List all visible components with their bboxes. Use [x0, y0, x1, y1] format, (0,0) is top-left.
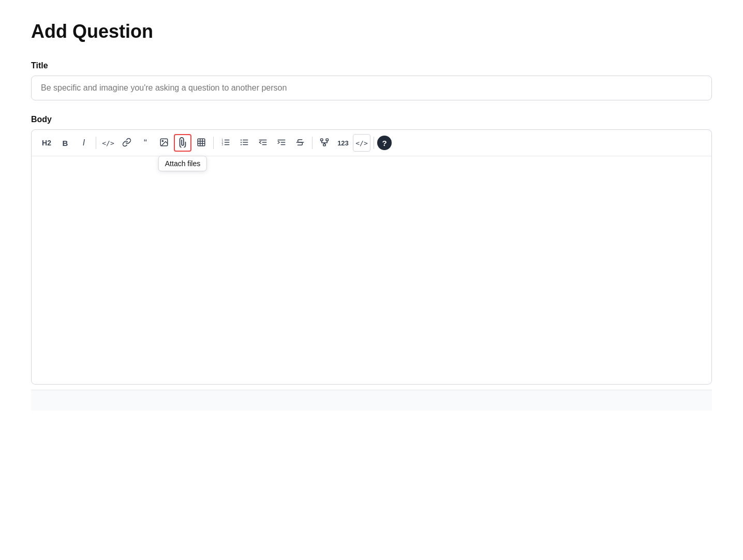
editor-container: H2 B I </> — [31, 129, 712, 385]
h2-icon: H2 — [42, 139, 51, 147]
code-block-button[interactable]: </> — [353, 134, 370, 152]
separator-3 — [312, 137, 313, 149]
svg-point-1 — [162, 140, 163, 141]
footer-bar — [31, 390, 712, 410]
link-button[interactable] — [118, 134, 136, 152]
number-format-button[interactable]: 123 — [334, 134, 352, 152]
ordered-list-icon: 1 2 3 — [221, 138, 230, 149]
separator-4 — [374, 137, 374, 149]
diagram-button[interactable] — [316, 134, 333, 152]
code-inline-icon: </> — [102, 139, 114, 147]
title-label: Title — [31, 61, 712, 70]
body-label: Body — [31, 115, 712, 124]
strikethrough-button[interactable] — [291, 134, 309, 152]
blockquote-button[interactable]: “ — [137, 134, 154, 152]
svg-point-16 — [241, 139, 242, 140]
editor-toolbar: H2 B I </> — [32, 130, 711, 156]
separator-2 — [213, 137, 214, 149]
bold-button[interactable]: B — [56, 134, 74, 152]
svg-point-18 — [241, 144, 242, 145]
table-icon — [197, 138, 206, 149]
italic-button[interactable]: I — [75, 134, 93, 152]
image-icon — [159, 138, 169, 149]
unordered-list-icon — [240, 138, 249, 149]
h2-button[interactable]: H2 — [38, 134, 55, 152]
image-button[interactable] — [155, 134, 173, 152]
blockquote-icon: “ — [144, 138, 147, 149]
link-icon — [122, 138, 131, 149]
unordered-list-button[interactable] — [235, 134, 253, 152]
svg-text:3: 3 — [222, 143, 224, 146]
bold-icon: B — [63, 139, 68, 148]
number-format-icon: 123 — [337, 139, 349, 147]
code-inline-button[interactable]: </> — [99, 134, 117, 152]
separator-1 — [96, 137, 96, 149]
outdent-button[interactable] — [273, 134, 290, 152]
attach-files-container: Attach files — [174, 134, 191, 152]
code-block-icon: </> — [355, 139, 367, 147]
indent-button[interactable] — [254, 134, 272, 152]
table-button[interactable] — [192, 134, 210, 152]
indent-icon — [258, 138, 268, 149]
paperclip-icon — [179, 137, 187, 149]
svg-point-17 — [241, 141, 242, 142]
svg-rect-2 — [198, 139, 205, 146]
help-icon: ? — [382, 139, 387, 148]
title-field-section: Title — [31, 61, 712, 115]
italic-icon: I — [83, 138, 85, 148]
ordered-list-button[interactable]: 1 2 3 — [217, 134, 234, 152]
outdent-icon — [277, 138, 286, 149]
editor-body[interactable] — [32, 156, 711, 384]
body-field-section: Body H2 B I </> — [31, 115, 712, 385]
title-input[interactable] — [31, 76, 712, 100]
diagram-icon — [320, 138, 329, 149]
strikethrough-icon — [295, 138, 305, 149]
attach-files-button[interactable] — [174, 134, 191, 152]
help-button[interactable]: ? — [377, 136, 392, 150]
page-title: Add Question — [31, 21, 712, 42]
